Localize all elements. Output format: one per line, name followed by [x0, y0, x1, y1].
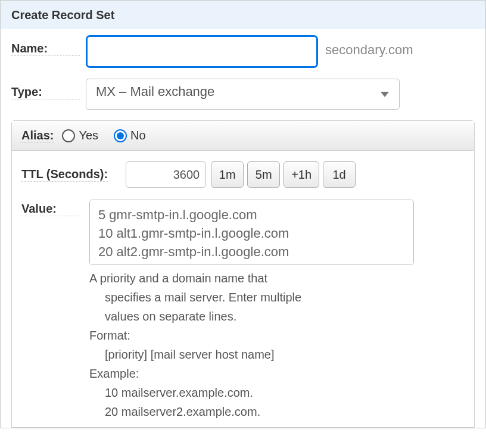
ttl-preset-1h[interactable]: +1h	[284, 161, 319, 188]
help-text: specifies a mail server. Enter multiple	[89, 288, 465, 307]
radio-icon	[114, 129, 127, 142]
ttl-preset-5m[interactable]: 5m	[247, 161, 280, 188]
alias-yes-radio[interactable]: Yes	[62, 129, 98, 142]
help-format-label: Format:	[89, 329, 130, 342]
type-select-wrap[interactable]: MX – Mail exchange	[86, 79, 400, 110]
type-row: Type: MX – Mail exchange	[1, 68, 485, 110]
type-label: Type:	[11, 79, 80, 99]
ttl-label: TTL (Seconds):	[21, 167, 108, 182]
value-textarea[interactable]	[89, 200, 414, 265]
help-example-label: Example:	[89, 367, 139, 380]
alias-body: TTL (Seconds): 1m 5m +1h 1d Value: A pri…	[12, 151, 474, 427]
value-row: Value:	[21, 200, 465, 265]
type-select[interactable]: MX – Mail exchange	[86, 79, 400, 110]
help-text: values on separate lines.	[89, 307, 465, 326]
ttl-preset-1m[interactable]: 1m	[211, 161, 244, 188]
radio-label: No	[130, 129, 146, 142]
radio-label: Yes	[79, 129, 98, 142]
radio-icon	[62, 129, 75, 142]
create-record-panel: Create Record Set Name: secondary.com Ty…	[0, 0, 486, 428]
panel-title: Create Record Set	[1, 0, 485, 29]
value-label: Value:	[21, 200, 81, 216]
name-row: Name: secondary.com	[1, 29, 485, 68]
value-help: A priority and a domain name that specif…	[89, 269, 465, 421]
help-example-1: 10 mailserver.example.com.	[89, 383, 465, 402]
name-label: Name:	[11, 35, 80, 56]
help-text: A priority and a domain name that	[89, 272, 267, 285]
alias-label: Alias:	[21, 128, 54, 143]
alias-header: Alias: Yes No	[12, 121, 474, 151]
ttl-row: TTL (Seconds): 1m 5m +1h 1d	[21, 161, 465, 188]
ttl-input[interactable]	[126, 161, 206, 188]
domain-suffix: secondary.com	[325, 35, 413, 58]
alias-no-radio[interactable]: No	[114, 129, 146, 142]
help-example-2: 20 mailserver2.example.com.	[89, 402, 465, 421]
name-input[interactable]	[86, 35, 318, 68]
alias-block: Alias: Yes No TTL (Seconds): 1m 5m +1h 1…	[11, 120, 475, 428]
help-format: [priority] [mail server host name]	[89, 345, 465, 364]
ttl-preset-1d[interactable]: 1d	[323, 161, 356, 188]
